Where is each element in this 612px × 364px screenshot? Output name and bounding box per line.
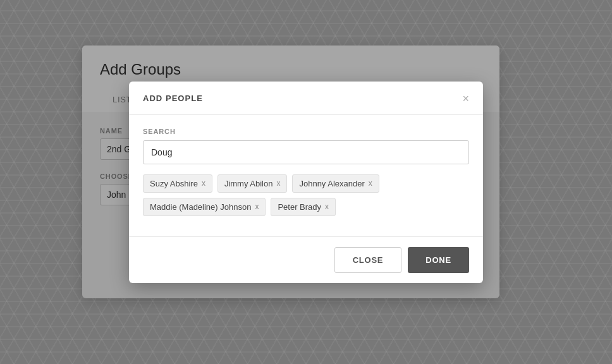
- modal-body: SEARCH Suzy Abshire x Jimmy Abilon x Joh…: [129, 115, 483, 236]
- search-input[interactable]: [143, 140, 469, 164]
- done-button[interactable]: DONE: [408, 247, 469, 273]
- tag-name-peter: Peter Brady: [278, 202, 321, 212]
- tag-remove-maddie[interactable]: x: [255, 203, 259, 210]
- close-button[interactable]: CLOSE: [334, 247, 402, 273]
- tag-remove-suzy[interactable]: x: [202, 179, 205, 187]
- selected-people-container: Suzy Abshire x Jimmy Abilon x Johnny Ale…: [143, 174, 469, 216]
- tag-remove-jimmy[interactable]: x: [276, 179, 280, 187]
- tag-jimmy: Jimmy Abilon x: [217, 174, 288, 193]
- tag-suzy: Suzy Abshire x: [143, 174, 212, 193]
- add-people-modal: ADD PEOPLE × SEARCH Suzy Abshire x Jimmy…: [129, 82, 483, 283]
- tag-maddie: Maddie (Madeline) Johnson x: [143, 198, 266, 216]
- modal-overlay: ADD PEOPLE × SEARCH Suzy Abshire x Jimmy…: [0, 0, 612, 364]
- tag-remove-peter[interactable]: x: [325, 203, 329, 210]
- tag-johnny: Johnny Alexander x: [292, 174, 379, 193]
- modal-footer: CLOSE DONE: [129, 236, 483, 283]
- modal-header: ADD PEOPLE ×: [129, 82, 483, 115]
- tag-peter: Peter Brady x: [271, 198, 336, 216]
- tag-name-suzy: Suzy Abshire: [150, 179, 198, 188]
- modal-title: ADD PEOPLE: [143, 94, 203, 103]
- modal-close-button[interactable]: ×: [462, 93, 469, 104]
- tag-name-jimmy: Jimmy Abilon: [224, 179, 273, 188]
- search-label: SEARCH: [143, 128, 469, 135]
- tag-name-johnny: Johnny Alexander: [299, 179, 364, 188]
- tag-name-maddie: Maddie (Madeline) Johnson: [150, 202, 251, 212]
- tag-remove-johnny[interactable]: x: [369, 179, 372, 187]
